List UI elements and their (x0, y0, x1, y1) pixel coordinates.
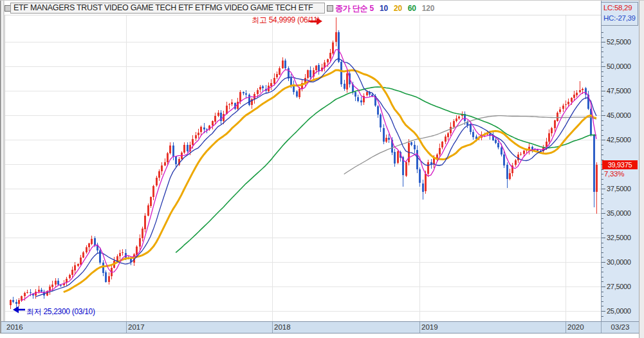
y-axis-tick (602, 243, 603, 243)
legend-item: 종가 단순 5 (335, 4, 374, 13)
y-axis-tick (602, 194, 603, 194)
y-axis-label: 32,5000 (607, 234, 631, 241)
year-label: 2018 (274, 323, 291, 331)
y-axis-tick (602, 169, 603, 170)
y-axis-label: 45,0000 (607, 111, 631, 119)
y-axis-tick (602, 296, 603, 297)
year-separator (272, 322, 273, 333)
y-axis-label: 27,5000 (607, 283, 631, 290)
y-axis-tick (602, 120, 603, 121)
y-axis-tick (602, 62, 603, 62)
y-axis-tick (602, 91, 605, 91)
y-axis-tick (602, 281, 603, 282)
legend-item: 20 (394, 4, 402, 13)
y-axis-tick (602, 130, 603, 131)
window-left-frame (0, 1, 5, 338)
y-axis-tick (602, 140, 605, 140)
y-axis-tick (602, 286, 605, 287)
y-axis-tick (602, 155, 603, 155)
y-axis-tick (602, 233, 603, 234)
current-price-badge: 39,9375 (602, 160, 638, 169)
y-axis-label: 42,5000 (607, 136, 631, 144)
year-label: 2016 (6, 323, 23, 331)
y-axis-tick (602, 57, 603, 57)
y-axis-tick (602, 76, 603, 77)
y-axis-label: 25,0000 (607, 307, 631, 315)
y-axis-tick (602, 52, 603, 52)
low-high-change-box: LC:58,29 HC:-27,39 (601, 2, 638, 26)
candlestick-chart-canvas[interactable] (5, 15, 601, 321)
y-axis-label: 47,5000 (607, 87, 631, 95)
y-axis-label: 52,5000 (607, 38, 631, 46)
y-axis-tick (602, 135, 603, 136)
year-label: 2017 (128, 323, 145, 331)
y-axis-tick (602, 218, 603, 219)
y-axis-tick (602, 106, 603, 106)
year-separator (126, 322, 127, 333)
high-change-value: HC:-27,39 (603, 14, 636, 22)
y-axis-tick (602, 174, 603, 174)
y-axis-tick (602, 37, 603, 38)
y-axis-tick (602, 47, 603, 48)
y-axis-tick (602, 238, 605, 238)
y-axis-tick (602, 115, 605, 116)
y-axis-tick (602, 292, 603, 292)
ma-legend: 종가 단순 5102060120 (335, 4, 440, 14)
y-axis-tick (602, 86, 603, 87)
y-axis-tick (602, 311, 605, 312)
y-axis-tick (602, 96, 603, 97)
y-axis-tick (602, 42, 605, 42)
year-separator (566, 322, 566, 333)
low-change-value: LC:58,29 (603, 4, 632, 12)
legend-item: 10 (380, 4, 388, 13)
y-axis-label: 35,0000 (607, 209, 631, 217)
y-axis-tick (602, 32, 603, 33)
window-right-frame (639, 1, 644, 338)
legend-square-button[interactable] (327, 5, 333, 12)
y-axis-label: 30,0000 (607, 258, 631, 266)
ma-line-MA60 (176, 87, 596, 252)
y-axis-tick (602, 252, 603, 253)
arrow-left-icon (13, 305, 26, 312)
y-axis-tick (602, 267, 603, 268)
y-axis-tick (602, 111, 603, 111)
y-axis-tick (602, 145, 603, 146)
year-separator (419, 322, 420, 333)
y-axis-tick (602, 66, 605, 67)
date-axis[interactable]: 03/23 20162017201820192020 (1, 321, 639, 333)
y-axis-tick (602, 301, 603, 302)
y-axis-tick (602, 179, 603, 180)
y-axis-tick (602, 257, 603, 258)
y-axis-tick (602, 213, 605, 214)
y-axis-tick (602, 223, 603, 223)
y-axis-tick (602, 272, 603, 272)
y-axis-label: 37,5000 (607, 185, 631, 192)
y-axis-tick (602, 247, 603, 248)
y-axis-tick (602, 149, 603, 150)
y-axis-tick (602, 184, 603, 185)
y-axis-tick (602, 100, 603, 101)
y-axis-tick (602, 277, 603, 277)
chart-window: ETF MANAGERS TRUST VIDEO GAME TECH ETF E… (0, 0, 644, 338)
y-axis-tick (602, 203, 603, 204)
y-axis-tick (602, 81, 603, 82)
bottom-scroll-strip (0, 333, 639, 338)
y-axis-tick (602, 71, 603, 72)
y-axis-tick (602, 228, 603, 229)
legend-item: 60 (408, 4, 416, 13)
lowest-price-annotation: 최저 25,2300 (03/10) (26, 308, 95, 316)
year-label: 2019 (421, 323, 438, 331)
arrow-right-icon (309, 16, 323, 24)
year-label: 2020 (567, 323, 584, 331)
y-axis-tick (602, 198, 603, 199)
y-axis-label: 50,0000 (607, 62, 631, 70)
last-date-cell: 03/23 (601, 322, 639, 333)
symbol-title-field[interactable]: ETF MANAGERS TRUST VIDEO GAME TECH ETF E… (10, 3, 325, 14)
y-axis-tick (602, 189, 605, 189)
y-axis-tick (602, 306, 603, 306)
y-axis-tick (602, 262, 605, 263)
y-axis-tick (602, 125, 603, 126)
change-percent-label: 7,33% (604, 170, 624, 178)
y-axis-tick (602, 209, 603, 209)
legend-item: 120 (422, 4, 434, 13)
